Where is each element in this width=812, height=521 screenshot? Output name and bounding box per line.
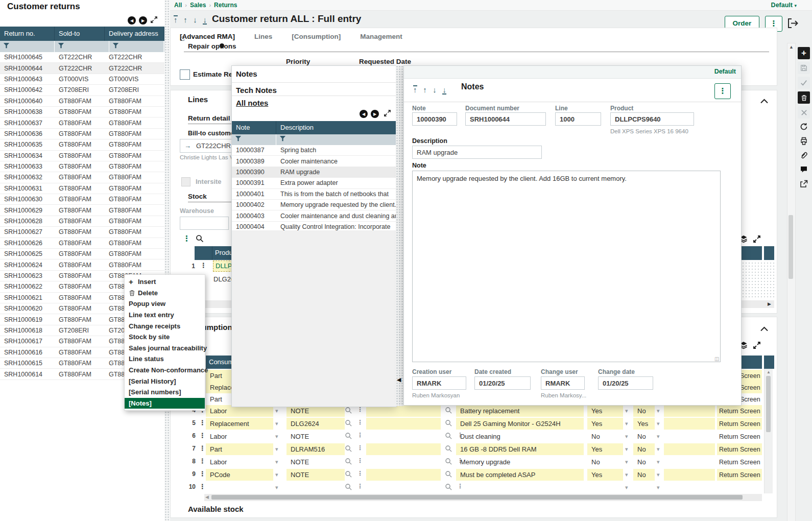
menu-item-popup-view[interactable]: Popup view bbox=[125, 298, 205, 310]
previous-record-icon[interactable]: ↑ bbox=[183, 16, 187, 23]
next-note-icon[interactable]: ↓ bbox=[433, 86, 437, 93]
consumption-description-cell[interactable]: Dust cleaning bbox=[456, 431, 584, 442]
consumption-description-cell[interactable]: Memory upgrade bbox=[456, 456, 584, 468]
lookup-search-icon[interactable] bbox=[345, 432, 352, 441]
row-kebab-icon[interactable]: ⋮ bbox=[199, 470, 206, 478]
note-row[interactable]: 10000389Cooler maintenance bbox=[232, 156, 396, 167]
chevron-down-icon[interactable]: ▾ bbox=[657, 459, 660, 465]
return-row[interactable]: SRH1000630GT880FAMGT880FAM bbox=[0, 194, 164, 205]
lookup-search-icon[interactable] bbox=[445, 419, 452, 429]
menu-item-sales-journal-traceability[interactable]: Sales journal traceability bbox=[125, 343, 205, 354]
breadcrumb-link[interactable]: Sales bbox=[190, 2, 206, 9]
document-number-field[interactable]: SRH1000644 bbox=[465, 112, 546, 126]
consumption-flag2-select[interactable]: No bbox=[633, 469, 655, 481]
chevron-down-icon[interactable]: ▾ bbox=[275, 459, 278, 465]
comment-icon[interactable] bbox=[798, 163, 810, 176]
filter-funnel-icon[interactable] bbox=[109, 41, 164, 52]
filter-funnel-icon[interactable] bbox=[55, 41, 109, 52]
grid-search-icon[interactable] bbox=[196, 234, 204, 244]
main-vscrollbar[interactable]: ▲ bbox=[787, 43, 796, 521]
note-row[interactable]: 10000403Cooler maintenance and dust clea… bbox=[232, 210, 396, 221]
menu-item-create-non-conformance[interactable]: Create Non-conformance bbox=[125, 365, 205, 376]
cell-kebab-icon[interactable]: ⋮ bbox=[357, 457, 363, 464]
consumption-flag1-select[interactable]: No bbox=[587, 456, 623, 468]
note-row[interactable]: 10000401This is from the batch of netboo… bbox=[232, 189, 396, 200]
expand-consumption-grid-icon[interactable] bbox=[753, 341, 761, 351]
consumption-hscrollbar[interactable]: ◀ bbox=[204, 494, 762, 501]
change-user-field[interactable]: RMARK bbox=[541, 376, 585, 390]
notes-expand-icon[interactable] bbox=[384, 109, 391, 119]
refresh-icon[interactable] bbox=[798, 121, 810, 133]
scroll-left-icon[interactable]: ◀ bbox=[205, 494, 209, 500]
menu-item-serial-history[interactable]: [Serial History] bbox=[125, 375, 205, 387]
chevron-down-icon[interactable]: ▾ bbox=[275, 433, 278, 440]
add-icon[interactable]: + bbox=[798, 47, 810, 59]
consumption-row[interactable]: 5⋮Replacement▾DLG2624⋮⋮Dell 25 Gaming Mo… bbox=[181, 417, 774, 430]
menu-item-serial-numbers[interactable]: [Serial numbers] bbox=[125, 387, 205, 398]
chevron-down-icon[interactable]: ▾ bbox=[625, 459, 628, 465]
consumption-flag2-select[interactable]: No bbox=[633, 443, 655, 455]
menu-item-insert[interactable]: +Insert bbox=[125, 276, 205, 288]
note-row[interactable]: 10000387Spring batch bbox=[232, 145, 396, 156]
lookup-search-icon[interactable] bbox=[445, 483, 452, 492]
next-page-icon[interactable]: ▶ bbox=[139, 16, 147, 25]
textarea-resize-handle[interactable]: ◫ bbox=[714, 356, 719, 362]
consumption-description-cell[interactable]: Battery replacement bbox=[456, 405, 584, 417]
return-row[interactable]: SRH1000638GT880FAMGT880FAM bbox=[0, 107, 164, 117]
scroll-right-icon[interactable]: ▶ bbox=[768, 301, 771, 306]
consumption-flag2-select[interactable]: No bbox=[633, 431, 655, 442]
print-icon[interactable] bbox=[798, 135, 810, 147]
chevron-down-icon[interactable]: ▾ bbox=[275, 484, 278, 491]
chevron-down-icon[interactable]: ▾ bbox=[625, 420, 628, 427]
chevron-down-icon[interactable]: ▾ bbox=[657, 471, 660, 478]
view-selector[interactable]: Default ▾ bbox=[771, 2, 797, 9]
lookup-search-icon[interactable] bbox=[345, 483, 352, 492]
consumption-extra-field[interactable] bbox=[664, 418, 715, 430]
popup-view-selector[interactable]: Default bbox=[714, 68, 736, 75]
return-row[interactable]: SRH1000627GT880FAMGT880FAM bbox=[0, 227, 164, 238]
row-kebab-icon[interactable]: ⋮ bbox=[199, 457, 206, 465]
filter-funnel-icon[interactable] bbox=[276, 134, 396, 145]
first-record-icon[interactable]: ↑ bbox=[174, 15, 178, 23]
lookup-search-icon[interactable] bbox=[345, 407, 352, 416]
vscroll-thumb[interactable] bbox=[766, 376, 771, 432]
consumption-type-select[interactable]: Labor bbox=[206, 456, 273, 468]
chevron-down-icon[interactable]: ▾ bbox=[657, 408, 660, 414]
chevron-down-icon[interactable]: ▾ bbox=[657, 433, 660, 440]
all-notes-section-link[interactable]: All notes bbox=[236, 99, 268, 107]
consumption-flag1-select[interactable]: Yes bbox=[587, 418, 623, 430]
return-row[interactable]: SRH1000635GT880FAMGT880FAM bbox=[0, 139, 164, 150]
filter-funnel-icon[interactable] bbox=[0, 41, 55, 52]
note-row[interactable]: 10000391Extra power adapter bbox=[232, 178, 396, 188]
jump-arrow-icon[interactable]: → bbox=[184, 142, 191, 150]
note-field[interactable]: 10000390 bbox=[412, 112, 457, 126]
return-row[interactable]: SRH1000625GT880FAMGT880FAM bbox=[0, 249, 164, 259]
prev-page-icon[interactable]: ◀ bbox=[128, 16, 136, 25]
warehouse-field[interactable] bbox=[180, 217, 229, 230]
consumption-flag2-select[interactable] bbox=[633, 482, 655, 493]
return-row[interactable]: SRH1000645GT222CHRGT222CHR bbox=[0, 52, 164, 63]
consumption-description-cell[interactable]: Must be completed ASAP bbox=[456, 469, 584, 481]
consumption-flag1-select[interactable]: Yes bbox=[587, 443, 623, 455]
menu-item-line-text-entry[interactable]: Line text entry bbox=[125, 310, 205, 321]
lookup-search-icon[interactable] bbox=[345, 470, 352, 480]
change-date-field[interactable]: 01/20/25 bbox=[598, 376, 653, 390]
chevron-down-icon[interactable]: ▾ bbox=[657, 446, 660, 453]
menu-item-stock-by-site[interactable]: Stock by site bbox=[125, 331, 205, 343]
delete-icon[interactable] bbox=[798, 91, 810, 104]
consumption-row[interactable]: 7⋮Part▾DLRAM516⋮⋮16 GB -8 DDR5 Dell RAMY… bbox=[181, 443, 774, 456]
scroll-up-icon[interactable]: ▲ bbox=[767, 370, 771, 374]
description-field[interactable]: RAM upgrade bbox=[412, 146, 542, 159]
consumption-row[interactable]: 9⋮PCode▾NOTE⋮⋮Must be completed ASAPYes▾… bbox=[181, 468, 774, 481]
consumption-type-select[interactable]: PCode bbox=[206, 469, 273, 481]
collapse-panel-arrow-icon[interactable]: ◀ bbox=[397, 376, 401, 383]
note-row[interactable]: 10000402Memory upgrade requested by the … bbox=[232, 200, 396, 210]
notes-section-link[interactable]: Notes bbox=[236, 69, 257, 78]
collapse-section-icon[interactable] bbox=[760, 98, 769, 106]
lookup-search-icon[interactable] bbox=[445, 432, 452, 441]
panel-resize-gutter[interactable] bbox=[164, 0, 170, 521]
main-vscroll-thumb[interactable] bbox=[789, 215, 793, 279]
consumption-flag1-select[interactable] bbox=[587, 482, 623, 493]
consumption-row[interactable]: 8⋮Labor▾NOTE⋮⋮Memory upgradeNo▾No▾Return… bbox=[181, 456, 774, 468]
first-note-icon[interactable]: ↑ bbox=[413, 85, 417, 93]
